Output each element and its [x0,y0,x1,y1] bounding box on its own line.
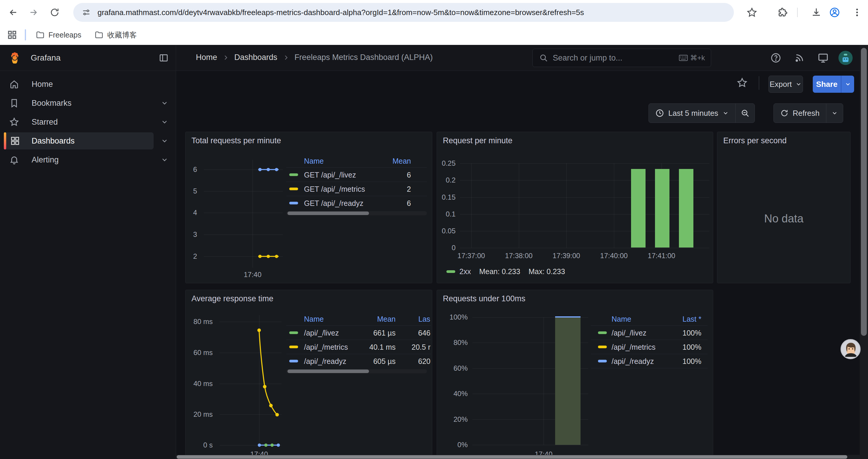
time-range-label: Last 5 minutes [668,109,718,118]
share-button[interactable]: Share [813,76,841,93]
panel-title[interactable]: Requests under 100ms [443,294,525,303]
sidebar-item-bookmarks[interactable]: Bookmarks [0,95,176,112]
chevron-down-icon[interactable] [161,99,168,108]
reload-icon[interactable] [49,7,60,18]
user-avatar[interactable] [838,51,852,65]
sidebar-item-home[interactable]: Home [0,76,176,93]
legend-row[interactable]: /api/_/metrics 100% [591,340,708,354]
grafana-nav-left: Grafana [0,45,176,71]
extensions-icon[interactable] [776,6,789,19]
help-icon[interactable] [769,52,782,64]
zoom-out-icon[interactable] [736,104,754,123]
search-bar[interactable]: Search or jump to... ⌘+k [532,49,711,67]
scrollbar-thumb[interactable] [861,48,867,336]
grafana-logo[interactable] [8,52,21,64]
no-data-message: No data [717,212,850,225]
url-bar[interactable]: grafana.mathmast.com/d/deytv4rwavabkb/fr… [73,3,734,22]
legend-table: Name Mean GET /api/_/livez 6 GET /api/_/… [286,157,427,216]
legend-header-name[interactable]: Name [612,315,631,323]
subheader-divider [759,76,759,90]
x-tick: 17:40:00 [590,252,638,260]
folder-icon [35,30,45,40]
series-color-pill [598,331,607,334]
breadcrumb-home[interactable]: Home [196,53,217,62]
horizontal-scrollbar[interactable] [176,455,860,459]
chevron-down-icon [795,81,802,88]
refresh-label: Refresh [793,109,819,118]
dashboards-icon [10,136,20,147]
legend-header-last[interactable]: Las [418,315,430,323]
panel-title[interactable]: Request per minute [443,136,513,145]
profile-icon[interactable] [829,6,841,19]
y-tick: 100% [437,313,468,321]
export-button[interactable]: Export [769,76,803,93]
legend-header-name[interactable]: Name [304,157,324,165]
chevron-down-icon[interactable] [161,118,168,127]
legend-header-last[interactable]: Last * [682,315,701,323]
bookmark-star-icon[interactable] [746,6,758,19]
sidebar-item-dashboards[interactable]: Dashboards [0,132,176,150]
refresh-interval-button[interactable] [826,104,843,123]
y-tick: 0.15 [437,193,456,201]
search-placeholder: Search or jump to... [553,54,622,63]
series-color-pill [289,188,298,190]
legend-row[interactable]: GET /api/_/metrics 2 [286,182,427,196]
legend-row[interactable]: /api/_/readyz 100% [591,354,708,368]
legend-row[interactable]: GET /api/_/livez 6 [286,168,427,182]
gridline [460,214,709,215]
back-icon[interactable] [8,7,19,18]
browser-menu-icon[interactable] [851,6,863,19]
bookmarks-bar: Freeleaps 收藏博客 [0,25,868,45]
share-menu-button[interactable] [841,76,854,93]
series-color-pill [289,173,298,176]
sidebar-item-alerting[interactable]: Alerting [0,151,176,168]
gridline [519,163,519,248]
gridline [566,163,567,248]
time-range-picker[interactable]: Last 5 minutes [649,104,735,123]
bookmark-folder-freeleaps[interactable]: Freeleaps [35,30,81,40]
bar-2xx [655,169,670,248]
news-feed-icon[interactable] [793,52,806,64]
scrollbar-thumb[interactable] [287,211,369,215]
chevron-down-icon[interactable] [161,137,168,146]
legend-header-name[interactable]: Name [304,315,324,323]
gridline [472,445,588,445]
legend-scrollbar[interactable] [286,369,427,373]
site-settings-icon[interactable] [82,8,91,17]
legend-scrollbar[interactable] [286,211,427,215]
y-tick: 0 [437,244,456,252]
url-field[interactable]: grafana.mathmast.com/d/deytv4rwavabkb/fr… [97,8,584,17]
legend-inline[interactable]: 2xx Mean: 0.233 Max: 0.233 [446,267,565,276]
legend-row[interactable]: /api/_/livez 100% [591,326,708,340]
browser-chrome: grafana.mathmast.com/d/deytv4rwavabkb/fr… [0,0,868,45]
legend-row[interactable]: /api/_/livez 661 µs 646 [286,326,431,340]
bookmark-folder-blogs[interactable]: 收藏博客 [94,30,137,40]
refresh-button[interactable]: Refresh [774,104,826,123]
vertical-scrollbar[interactable] [860,45,868,459]
floating-avatar[interactable] [840,339,861,359]
legend-header-mean[interactable]: Mean [372,315,396,323]
sidebar-toggle-icon[interactable] [158,52,169,64]
scrollbar-thumb[interactable] [287,369,369,373]
series-color-pill [446,270,455,273]
bookmark-folder-label: Freeleaps [49,31,81,39]
legend-row[interactable]: GET /api/_/readyz 6 [286,196,427,210]
search-icon [539,54,548,62]
legend-row[interactable]: /api/_/readyz 605 µs 620 [286,354,431,368]
favorite-star-icon[interactable] [735,76,749,90]
chevron-down-icon[interactable] [161,156,168,165]
breadcrumb-dashboards[interactable]: Dashboards [234,53,277,62]
apps-grid-icon[interactable] [7,30,17,40]
panel-requests-under-100ms: Requests under 100ms 100% 80% 60% 40% 20… [437,290,713,459]
forward-icon[interactable] [28,7,39,18]
legend-row[interactable]: /api/_/metrics 40.1 ms 20.5 r [286,340,431,354]
scrollbar-thumb[interactable] [177,455,847,459]
download-icon[interactable] [810,6,823,19]
sidebar-item-label: Bookmarks [32,95,71,112]
gridline [471,163,471,248]
sidebar-item-starred[interactable]: Starred [0,113,176,131]
legend-header-mean[interactable]: Mean [392,157,411,165]
screen-share-icon[interactable] [816,52,830,64]
grafana-brand[interactable]: Grafana [31,53,61,63]
panel-title[interactable]: Errors per second [723,136,787,145]
